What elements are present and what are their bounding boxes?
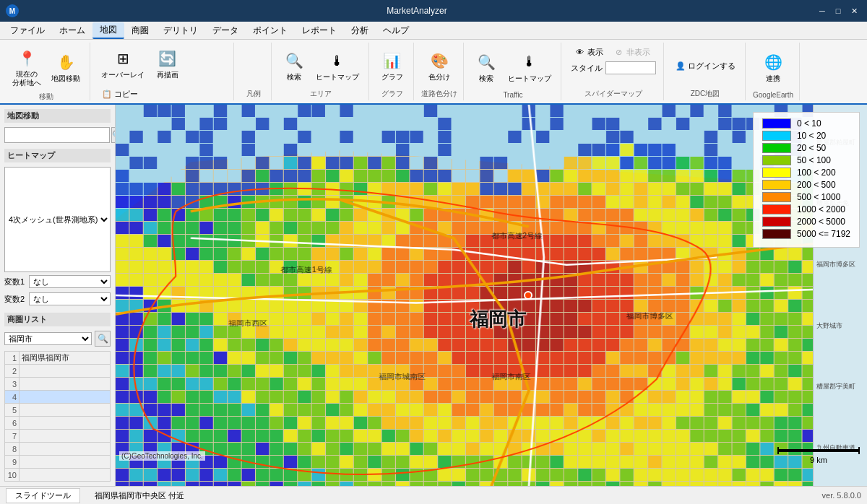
scale-line: [779, 449, 858, 452]
heatmap-type-select[interactable]: 4次メッシュ(世界測地系): [4, 167, 111, 272]
list-row[interactable]: 1福岡県福岡市: [5, 352, 111, 365]
legend-label: 20 < 50: [797, 143, 826, 153]
list-row[interactable]: 5: [5, 404, 111, 417]
hide-button[interactable]: ⊘ 非表示: [610, 44, 654, 60]
legend-color-swatch: [762, 204, 791, 214]
heatmap-button[interactable]: 🌡 ヒートマップ: [312, 46, 363, 85]
traffic-heatmap-button[interactable]: 🌡 ヒートマップ: [504, 48, 555, 87]
list-row[interactable]: 2: [5, 365, 111, 378]
map-move-button[interactable]: ✋ 地図移動: [48, 48, 84, 87]
ribbon-buttons-google: 🌐 連携: [758, 44, 788, 90]
map-area[interactable]: 福岡市 0 < 1010 < 2020 < 5050 < 100100 < 20…: [116, 105, 867, 486]
menu-file[interactable]: ファイル: [3, 23, 52, 38]
menu-help[interactable]: ヘルプ: [376, 23, 416, 38]
show-button[interactable]: 👁 表示: [571, 44, 607, 60]
legend-item: 2000 < 5000: [762, 217, 850, 227]
copy-button[interactable]: 📋 コピー: [98, 86, 142, 102]
ribbon-title-move: 移動: [39, 90, 53, 102]
ribbon-group-legend: 凡例: [236, 43, 272, 100]
right-label-5: 糟屋郡宇美町: [816, 382, 864, 391]
ribbon-group-spider: 👁 表示 ⊘ 非表示 スタイル スパイダーマップ: [563, 43, 664, 100]
legend-item: 1000 < 2000: [762, 204, 850, 214]
app-logo: M: [6, 4, 19, 17]
menu-home[interactable]: ホーム: [52, 23, 92, 38]
map-search-button[interactable]: 🔍: [111, 127, 116, 143]
login-icon: 👤: [675, 60, 686, 71]
connect-button[interactable]: 🌐 連携: [758, 48, 788, 87]
list-row[interactable]: 6: [5, 417, 111, 430]
maximize-button[interactable]: □: [831, 4, 845, 18]
menu-report[interactable]: レポート: [295, 23, 344, 38]
var2-label: 変数2: [4, 294, 26, 305]
list-title: 商圏リスト: [4, 313, 111, 326]
hide-icon: ⊘: [613, 46, 625, 58]
legend-label: 2000 < 5000: [797, 217, 845, 227]
list-row[interactable]: 4: [5, 391, 111, 404]
current-location-button[interactable]: 📍 現在の分析地へ: [9, 44, 45, 90]
style-row: スタイル: [571, 61, 656, 74]
menu-territory[interactable]: デリトリ: [156, 23, 205, 38]
legend-color-swatch: [762, 180, 791, 190]
ribbon-group-road: 🎨 色分け 道路色分け: [415, 43, 464, 100]
list-area-select[interactable]: 福岡市: [4, 332, 92, 345]
ribbon-buttons-spider: 👁 表示 ⊘ 非表示 スタイル: [571, 44, 656, 87]
redraw-button[interactable]: 🔄 再描画: [151, 44, 184, 83]
graph-button[interactable]: 📊 グラフ: [377, 46, 407, 85]
var1-select[interactable]: なし: [29, 275, 111, 288]
list-row[interactable]: 7: [5, 430, 111, 443]
legend-item: 50 < 100: [762, 155, 850, 165]
search-button[interactable]: 🔍 検索: [279, 46, 309, 85]
right-label-4: 大野城市: [816, 321, 864, 331]
location-status: 福岡県福岡市中央区 付近: [95, 490, 184, 501]
traffic-search-button[interactable]: 🔍 検索: [471, 48, 501, 87]
titlebar: M MarketAnalyzer ─ □ ✕: [0, 0, 867, 22]
ribbon-title-legend: 凡例: [246, 87, 261, 99]
ribbon-title-road: 道路色分け: [421, 87, 457, 99]
legend-label: 200 < 500: [797, 180, 836, 190]
legend-item: 10 < 20: [762, 131, 850, 141]
var2-select[interactable]: なし: [29, 292, 111, 305]
list-row[interactable]: 9: [5, 456, 111, 469]
map-search-input[interactable]: [4, 127, 110, 143]
color-divide-button[interactable]: 🎨 色分け: [424, 46, 454, 85]
menu-map[interactable]: 地図: [92, 22, 124, 39]
scale-right-tick: [858, 447, 860, 454]
var1-row: 変数1 なし: [4, 275, 111, 288]
menu-point[interactable]: ポイント: [246, 23, 295, 38]
overlay-button[interactable]: ⊞ オーバーレイ: [98, 44, 148, 83]
legend-item: 200 < 500: [762, 180, 850, 190]
ribbon-buttons-road: 🎨 色分け: [424, 44, 454, 87]
ribbon-title-spider: スパイダーマップ: [585, 87, 642, 99]
slide-tool-tab[interactable]: スライドツール: [6, 488, 80, 503]
legend-item: 5000 <= 7192: [762, 229, 850, 239]
legend-label: 100 < 200: [797, 168, 836, 178]
legend-label: 5000 <= 7192: [797, 229, 850, 239]
login-button[interactable]: 👤 ログインする: [671, 58, 739, 74]
ribbon-title-zdc: ZDC地図: [691, 87, 720, 99]
close-button[interactable]: ✕: [847, 4, 861, 18]
ribbon-buttons-traffic: 🔍 検索 🌡 ヒートマップ: [471, 44, 555, 90]
scale-label: 9 km: [810, 456, 827, 464]
app-title: MarketAnalyzer: [19, 6, 815, 16]
menu-analysis[interactable]: 分析: [344, 23, 376, 38]
ribbon-group-area: 🔍 検索 🌡 ヒートマップ エリア: [273, 43, 369, 100]
menu-commercial[interactable]: 商圏: [124, 23, 156, 38]
list-row[interactable]: 8: [5, 443, 111, 456]
legend-label: 50 < 100: [797, 155, 831, 165]
commercial-list-table: 1福岡県福岡市2345678910: [4, 351, 111, 482]
ribbon-group-traffic: 🔍 検索 🌡 ヒートマップ Traffic: [465, 43, 561, 100]
right-label-3: 福岡市博多区: [816, 260, 864, 269]
ribbon-buttons-graph: 📊 グラフ: [377, 44, 407, 87]
copyright: (C)GeoTechnologies, Inc.: [119, 451, 205, 461]
menu-data[interactable]: データ: [205, 23, 246, 38]
heatmap-title: ヒートマップ: [4, 149, 111, 162]
scale-bar: 9 km: [777, 447, 860, 464]
list-search-button[interactable]: 🔍: [95, 331, 111, 347]
list-row[interactable]: 10: [5, 469, 111, 482]
legend-label: 1000 < 2000: [797, 204, 845, 214]
search-icon: 🔍: [282, 49, 306, 72]
list-row[interactable]: 3: [5, 378, 111, 391]
list-area-row: 福岡市 🔍: [4, 331, 111, 347]
minimize-button[interactable]: ─: [815, 4, 829, 18]
style-input[interactable]: [605, 61, 656, 74]
